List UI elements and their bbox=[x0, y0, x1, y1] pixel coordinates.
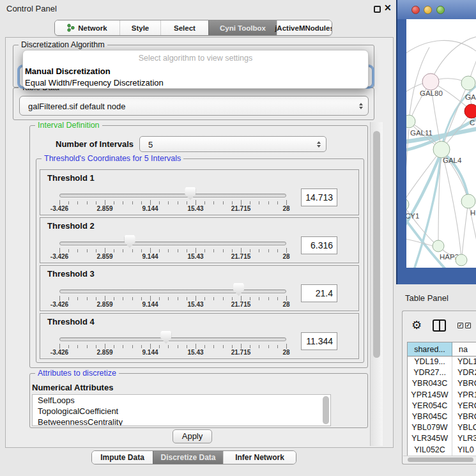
cell-name[interactable]: YERO bbox=[452, 401, 476, 411]
tick-mark bbox=[196, 248, 196, 253]
combo-stepper-icon bbox=[359, 103, 363, 109]
network-window-titlebar[interactable] bbox=[397, 0, 476, 19]
tick-mark bbox=[123, 297, 123, 300]
network-view-window[interactable]: GAL80GACGAL11GAL4GCY1HHAP2 bbox=[396, 0, 476, 284]
number-of-intervals-label: Number of Intervals bbox=[56, 139, 134, 149]
attribute-list-item[interactable]: SelfLoops bbox=[33, 395, 330, 406]
scrollbar-thumb[interactable] bbox=[408, 457, 473, 462]
tab-label: jActiveMNodules bbox=[275, 24, 332, 32]
slider-track[interactable] bbox=[59, 289, 286, 293]
tab-network[interactable]: Network bbox=[55, 20, 119, 35]
cell-shared-name[interactable]: YBR043C bbox=[408, 378, 452, 389]
column-header-shared-name[interactable]: shared... bbox=[408, 342, 452, 356]
dropdown-item-manual-discretization[interactable]: Manual Discretization bbox=[25, 66, 111, 76]
network-node-gal80-neighbor[interactable] bbox=[422, 73, 439, 90]
number-of-intervals-combobox[interactable]: 5 bbox=[139, 136, 326, 152]
checkbox-icon[interactable]: ✓ bbox=[457, 323, 463, 328]
network-node-gal11-node[interactable] bbox=[406, 115, 415, 128]
tick-mark bbox=[259, 345, 259, 348]
network-node-ga-node[interactable] bbox=[461, 76, 475, 90]
table-row[interactable]: YER054CYERO bbox=[408, 401, 476, 411]
tab-select[interactable]: Select bbox=[160, 20, 208, 35]
table-row[interactable]: YBR043CYBRO bbox=[408, 378, 476, 389]
slider-thumb[interactable] bbox=[160, 331, 171, 344]
network-canvas[interactable]: GAL80GACGAL11GAL4GCY1HHAP2 bbox=[406, 19, 476, 268]
split-columns-icon[interactable] bbox=[433, 319, 446, 332]
threshold-value-field[interactable]: 6.316 bbox=[301, 236, 337, 254]
slider-thumb[interactable] bbox=[185, 187, 196, 200]
close-icon[interactable]: ✕ bbox=[384, 3, 392, 13]
network-graph[interactable]: GAL80GACGAL11GAL4GCY1HHAP2 bbox=[406, 19, 476, 268]
table-row[interactable]: YLR345WYLR3 bbox=[408, 433, 476, 444]
cell-name[interactable]: YDR2 bbox=[452, 367, 476, 378]
network-node-red-node[interactable] bbox=[464, 104, 476, 118]
table-horizontal-scrollbar[interactable] bbox=[403, 456, 476, 463]
cell-name[interactable]: YBRO bbox=[452, 378, 476, 389]
dropdown-item-equal-width-frequency[interactable]: Equal Width/Frequency Discretization bbox=[25, 78, 164, 88]
cell-shared-name[interactable]: YDR27... bbox=[408, 367, 452, 378]
slider-thumb[interactable] bbox=[125, 235, 135, 248]
table-data-combobox[interactable]: galFiltered.sif default node bbox=[19, 96, 369, 116]
cell-shared-name[interactable]: YPR145W bbox=[408, 390, 452, 401]
network-node-bottom-node[interactable] bbox=[456, 254, 467, 266]
float-window-icon[interactable] bbox=[374, 6, 381, 13]
network-node-gcy1-node[interactable] bbox=[406, 198, 409, 211]
table-row[interactable]: YBR045CYBRO bbox=[408, 411, 476, 422]
tab-discretize-data[interactable]: Discretize Data bbox=[153, 451, 223, 464]
table-row[interactable]: YBL079WYBLO bbox=[408, 422, 476, 433]
cell-shared-name[interactable]: YBR045C bbox=[408, 411, 452, 422]
table-row[interactable]: YDL19...YDL1 bbox=[408, 357, 476, 367]
slider-track[interactable] bbox=[59, 194, 286, 197]
table-row[interactable]: YDR27...YDR2 bbox=[408, 367, 476, 378]
slider-thumb[interactable] bbox=[233, 283, 244, 296]
tick-mark bbox=[196, 344, 196, 349]
network-node-hap2-node[interactable] bbox=[433, 240, 444, 252]
table-row[interactable]: YIL052CYIL0 bbox=[408, 445, 476, 456]
tick-mark bbox=[77, 201, 78, 204]
panel-vertical-scrollbar[interactable] bbox=[370, 122, 383, 446]
cell-name[interactable]: YIL0 bbox=[452, 445, 476, 456]
cell-name[interactable]: YLR3 bbox=[452, 433, 476, 444]
tick-mark bbox=[68, 249, 69, 252]
list-scrollbar[interactable] bbox=[323, 396, 329, 424]
cell-name[interactable]: YPR1 bbox=[452, 390, 476, 401]
tick-mark bbox=[196, 200, 196, 205]
gear-icon[interactable]: ⚙ bbox=[411, 319, 422, 331]
cell-name[interactable]: YDL1 bbox=[452, 357, 476, 367]
attribute-list-item[interactable]: BetweennessCentrality bbox=[33, 417, 330, 426]
network-node-h-node[interactable] bbox=[461, 194, 475, 208]
apply-button[interactable]: Apply bbox=[173, 429, 212, 443]
slider-track[interactable] bbox=[59, 242, 286, 245]
close-traffic-light-icon[interactable] bbox=[411, 6, 420, 14]
tab-infer-network[interactable]: Infer Network bbox=[223, 451, 296, 464]
network-node-gal4-node[interactable] bbox=[433, 141, 450, 158]
threshold-value-field[interactable]: 14.713 bbox=[301, 188, 337, 206]
tick-mark bbox=[123, 345, 123, 348]
zoom-traffic-light-icon[interactable] bbox=[436, 6, 445, 14]
tab-impute-data[interactable]: Impute Data bbox=[92, 451, 153, 464]
cell-shared-name[interactable]: YER054C bbox=[408, 401, 452, 411]
slider-track[interactable] bbox=[59, 337, 286, 341]
cell-shared-name[interactable]: YLR345W bbox=[408, 433, 452, 444]
cell-name[interactable]: YBLO bbox=[452, 422, 476, 433]
tab-style[interactable]: Style bbox=[119, 20, 160, 35]
minimize-traffic-light-icon[interactable] bbox=[424, 6, 432, 14]
cell-shared-name[interactable]: YDL19... bbox=[408, 357, 452, 367]
tick-label: -3.426 bbox=[50, 349, 68, 356]
tab-jactivemnodules[interactable]: jActiveMNodules bbox=[277, 20, 332, 35]
threshold-value-field[interactable]: 11.344 bbox=[301, 332, 337, 350]
checkbox-icon[interactable]: ✓ bbox=[465, 323, 471, 328]
cell-name[interactable]: YBRO bbox=[452, 411, 476, 422]
tick-mark bbox=[59, 296, 60, 301]
control-panel: Control Panel ✕ Network Style Select Cyn… bbox=[0, 0, 396, 476]
tick-mark bbox=[213, 249, 214, 252]
cell-shared-name[interactable]: YBL079W bbox=[408, 422, 452, 433]
tab-cyni-toolbox[interactable]: Cyni Toolbox bbox=[208, 20, 277, 35]
scrollbar-thumb[interactable] bbox=[373, 131, 380, 358]
attribute-list-item[interactable]: TopologicalCoefficient bbox=[33, 406, 330, 417]
numerical-attributes-list[interactable]: SelfLoopsTopologicalCoefficientBetweenne… bbox=[32, 394, 331, 426]
table-row[interactable]: YPR145WYPR1 bbox=[408, 390, 476, 401]
threshold-value-field[interactable]: 21.4 bbox=[301, 284, 337, 302]
cell-shared-name[interactable]: YIL052C bbox=[408, 445, 452, 456]
column-header-name[interactable]: na bbox=[452, 342, 476, 356]
